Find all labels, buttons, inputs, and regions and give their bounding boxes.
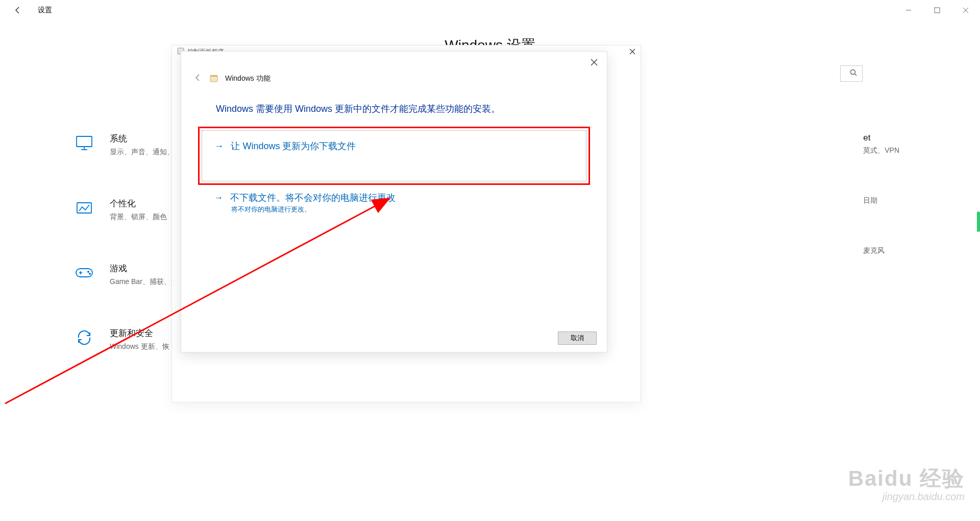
tile-subtitle: 显示、声音、通知、 — [110, 148, 174, 157]
tile-gaming[interactable]: 游戏Game Bar、捕获、游 — [74, 263, 178, 287]
settings-tiles-right: et 莫式、VPN 日期 麦克风 — [863, 133, 899, 296]
svg-point-9 — [88, 271, 89, 273]
dialog-header: Windows 功能 — [181, 52, 607, 84]
search-box[interactable] — [840, 65, 863, 82]
dialog-title: Windows 功能 — [225, 74, 271, 83]
personalization-icon — [74, 198, 94, 218]
app-root: 设置 Windows 设置 系统显示、声音、通知、 个性化背景、锁屏、颜色 游戏… — [0, 0, 980, 521]
dialog-close-button[interactable] — [591, 59, 598, 68]
svg-rect-7 — [77, 203, 91, 213]
tile-update[interactable]: 更新和安全Windows 更新、恢 — [74, 327, 178, 351]
window-buttons — [894, 0, 980, 20]
settings-tiles-left: 系统显示、声音、通知、 个性化背景、锁屏、颜色 游戏Game Bar、捕获、游 … — [74, 133, 178, 392]
tile-subtitle: 麦克风 — [863, 246, 899, 255]
update-icon — [74, 327, 94, 348]
dialog-footer: 取消 — [558, 331, 597, 345]
action-subtext: 将不对你的电脑进行更改。 — [231, 205, 574, 214]
watermark: Baidu 经验 jingyan.baidu.com — [848, 464, 965, 503]
tile-time-partial[interactable]: 日期 — [863, 196, 899, 205]
tile-network-partial[interactable]: et 莫式、VPN — [863, 133, 899, 155]
arrow-icon: → — [214, 193, 223, 203]
tile-title: 个性化 — [110, 198, 167, 209]
svg-line-3 — [855, 74, 857, 76]
svg-rect-1 — [935, 8, 940, 13]
tile-title: 更新和安全 — [110, 327, 169, 339]
tile-privacy-partial[interactable]: 麦克风 — [863, 246, 899, 255]
action-label: 让 Windows 更新为你下载文件 — [231, 141, 356, 151]
dialog-back-icon[interactable] — [193, 73, 203, 84]
close-button[interactable] — [951, 0, 980, 20]
gaming-icon — [74, 263, 94, 283]
watermark-brand: Baidu 经验 — [848, 464, 965, 493]
tile-subtitle: 莫式、VPN — [863, 146, 899, 155]
tile-subtitle: Windows 更新、恢 — [110, 342, 169, 351]
action-label: 不下载文件。将不会对你的电脑进行更改 — [230, 193, 396, 203]
cancel-button[interactable]: 取消 — [558, 331, 597, 345]
arrow-icon: → — [214, 141, 224, 152]
tile-subtitle: 日期 — [863, 196, 899, 205]
minimize-button[interactable] — [894, 0, 923, 20]
control-panel-close[interactable] — [629, 48, 635, 57]
tile-title: et — [863, 133, 899, 143]
svg-rect-8 — [76, 269, 92, 277]
system-icon — [74, 133, 94, 153]
tile-personalization[interactable]: 个性化背景、锁屏、颜色 — [74, 198, 178, 222]
svg-point-10 — [89, 273, 91, 275]
action-skip-download[interactable]: → 不下载文件。将不会对你的电脑进行更改 将不对你的电脑进行更改。 — [202, 188, 586, 214]
dialog-body: → 让 Windows 更新为你下载文件 → 不下载文件。将不会对你的电脑进行更… — [181, 115, 607, 214]
tile-system[interactable]: 系统显示、声音、通知、 — [74, 133, 178, 157]
windows-features-dialog: Windows 功能 Windows 需要使用 Windows 更新中的文件才能… — [181, 51, 607, 352]
settings-titlebar: 设置 — [0, 0, 980, 20]
settings-title: 设置 — [38, 6, 52, 15]
action-download-files[interactable]: → 让 Windows 更新为你下载文件 — [202, 130, 586, 181]
svg-rect-4 — [77, 136, 92, 147]
tile-subtitle: Game Bar、捕获、游 — [110, 277, 178, 287]
svg-rect-14 — [210, 76, 217, 82]
back-icon[interactable] — [12, 5, 23, 16]
tile-title: 系统 — [110, 133, 174, 145]
svg-point-2 — [851, 70, 855, 75]
search-icon — [850, 69, 857, 78]
dialog-message: Windows 需要使用 Windows 更新中的文件才能完成某些功能的安装。 — [181, 84, 607, 115]
tile-title: 游戏 — [110, 263, 178, 274]
tile-subtitle: 背景、锁屏、颜色 — [110, 212, 167, 222]
maximize-button[interactable] — [923, 0, 951, 20]
windows-features-icon — [210, 75, 218, 83]
svg-rect-15 — [210, 75, 217, 77]
scroll-marker — [977, 211, 980, 232]
